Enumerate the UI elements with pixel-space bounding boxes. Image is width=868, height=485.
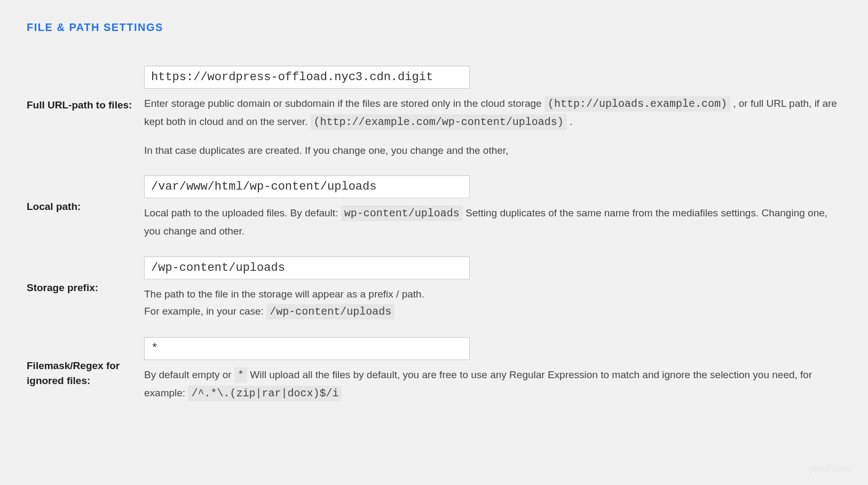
desc-text: Local path to the uploaded files. By def… bbox=[144, 207, 341, 218]
field-row-storage-prefix: Storage prefix: The path to the file in … bbox=[27, 256, 841, 321]
label-storage-prefix: Storage prefix: bbox=[27, 256, 144, 296]
label-url-path: Full URL-path to files: bbox=[27, 66, 144, 113]
input-local-path[interactable] bbox=[144, 175, 470, 198]
desc-code: * bbox=[234, 367, 247, 383]
label-filemask: Filemask/Regex for ignored files: bbox=[27, 337, 144, 389]
content-local-path: Local path to the uploaded files. By def… bbox=[144, 175, 841, 240]
desc-code: wp-content/uploads bbox=[341, 206, 463, 221]
desc-filemask: By default empty or * Will upload all th… bbox=[144, 366, 841, 403]
content-filemask: By default empty or * Will upload all th… bbox=[144, 337, 841, 403]
field-row-url-path: Full URL-path to files: Enter storage pu… bbox=[27, 66, 841, 159]
label-local-path: Local path: bbox=[27, 175, 144, 215]
desc-url-path: Enter storage public domain or subdomain… bbox=[144, 95, 841, 131]
input-url-path[interactable] bbox=[144, 66, 470, 89]
desc-text: For example, in your case: bbox=[144, 306, 266, 317]
settings-form: Full URL-path to files: Enter storage pu… bbox=[27, 66, 841, 403]
desc-text: Enter storage public domain or subdomain… bbox=[144, 98, 545, 109]
section-title: FILE & PATH SETTINGS bbox=[27, 21, 841, 34]
desc-storage-prefix: The path to the file in the storage will… bbox=[144, 286, 841, 321]
desc-code: (http://example.com/wp-content/uploads) bbox=[311, 114, 567, 130]
content-storage-prefix: The path to the file in the storage will… bbox=[144, 256, 841, 321]
input-storage-prefix[interactable] bbox=[144, 256, 470, 279]
desc-code: /wp-content/uploads bbox=[266, 304, 394, 319]
desc-code: /^.*\.(zip|rar|docx)$/i bbox=[188, 386, 342, 401]
desc-local-path: Local path to the uploaded files. By def… bbox=[144, 205, 841, 240]
input-filemask[interactable] bbox=[144, 337, 470, 360]
desc-line: For example, in your case: /wp-content/u… bbox=[144, 303, 841, 321]
desc-url-path-2: In that case duplicates are created. If … bbox=[144, 142, 841, 159]
desc-code: (http://uploads.example.com) bbox=[545, 96, 730, 112]
desc-line: The path to the file in the storage will… bbox=[144, 286, 841, 303]
content-url-path: Enter storage public domain or subdomain… bbox=[144, 66, 841, 159]
field-row-local-path: Local path: Local path to the uploaded f… bbox=[27, 175, 841, 240]
desc-text: . bbox=[570, 116, 572, 127]
desc-text: By default empty or bbox=[144, 369, 234, 380]
field-row-filemask: Filemask/Regex for ignored files: By def… bbox=[27, 337, 841, 403]
